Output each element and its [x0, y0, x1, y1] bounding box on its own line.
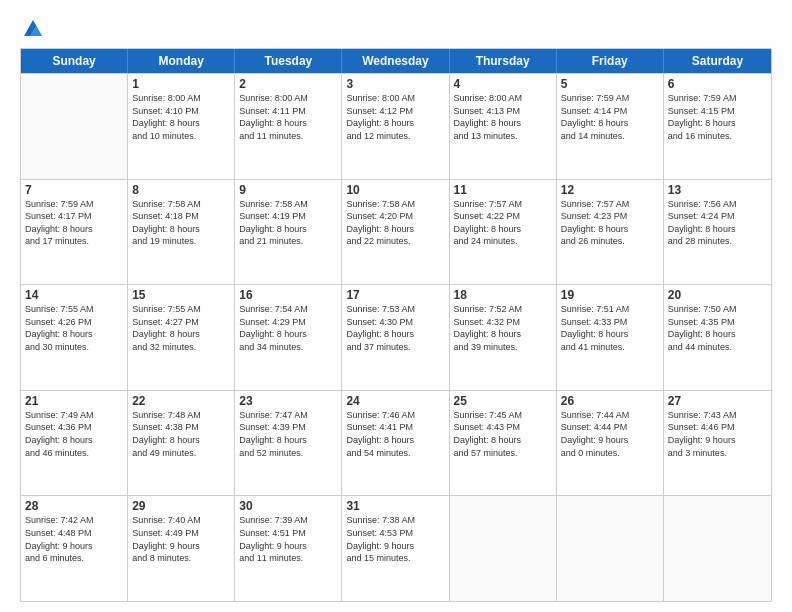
cell-line: Sunrise: 7:59 AM — [25, 198, 123, 211]
cal-cell-30: 30Sunrise: 7:39 AMSunset: 4:51 PMDayligh… — [235, 496, 342, 601]
week-row-1: 7Sunrise: 7:59 AMSunset: 4:17 PMDaylight… — [21, 179, 771, 285]
day-number: 8 — [132, 183, 230, 197]
cal-cell-16: 16Sunrise: 7:54 AMSunset: 4:29 PMDayligh… — [235, 285, 342, 390]
cell-line: and 14 minutes. — [561, 130, 659, 143]
cell-line: Daylight: 9 hours — [668, 434, 767, 447]
cell-line: Sunrise: 7:51 AM — [561, 303, 659, 316]
day-number: 20 — [668, 288, 767, 302]
day-number: 4 — [454, 77, 552, 91]
cell-line: Sunset: 4:36 PM — [25, 421, 123, 434]
cal-cell-21: 21Sunrise: 7:49 AMSunset: 4:36 PMDayligh… — [21, 391, 128, 496]
day-number: 19 — [561, 288, 659, 302]
cal-cell-13: 13Sunrise: 7:56 AMSunset: 4:24 PMDayligh… — [664, 180, 771, 285]
cal-cell-22: 22Sunrise: 7:48 AMSunset: 4:38 PMDayligh… — [128, 391, 235, 496]
cal-cell-31: 31Sunrise: 7:38 AMSunset: 4:53 PMDayligh… — [342, 496, 449, 601]
logo-icon — [22, 18, 44, 40]
cell-line: Sunset: 4:29 PM — [239, 316, 337, 329]
cell-line: Daylight: 8 hours — [454, 117, 552, 130]
cell-line: Daylight: 8 hours — [561, 223, 659, 236]
cell-line: Sunset: 4:44 PM — [561, 421, 659, 434]
cell-line: and 11 minutes. — [239, 130, 337, 143]
cell-line: Daylight: 8 hours — [346, 434, 444, 447]
cal-cell-20: 20Sunrise: 7:50 AMSunset: 4:35 PMDayligh… — [664, 285, 771, 390]
cell-line: Sunset: 4:38 PM — [132, 421, 230, 434]
cell-line: and 21 minutes. — [239, 235, 337, 248]
header — [20, 18, 772, 40]
cal-cell-empty-5 — [557, 496, 664, 601]
cell-line: Daylight: 8 hours — [668, 328, 767, 341]
cell-line: Daylight: 9 hours — [25, 540, 123, 553]
header-cell-saturday: Saturday — [664, 49, 771, 73]
cell-line: Daylight: 8 hours — [239, 117, 337, 130]
cell-line: Sunset: 4:26 PM — [25, 316, 123, 329]
cal-cell-7: 7Sunrise: 7:59 AMSunset: 4:17 PMDaylight… — [21, 180, 128, 285]
cell-line: and 16 minutes. — [668, 130, 767, 143]
cell-line: and 52 minutes. — [239, 447, 337, 460]
cell-line: Sunrise: 7:40 AM — [132, 514, 230, 527]
cell-line: Daylight: 8 hours — [454, 434, 552, 447]
cell-line: Sunset: 4:15 PM — [668, 105, 767, 118]
cell-line: Sunset: 4:49 PM — [132, 527, 230, 540]
day-number: 28 — [25, 499, 123, 513]
cell-line: Daylight: 8 hours — [668, 223, 767, 236]
cell-line: Daylight: 8 hours — [239, 223, 337, 236]
cell-line: Daylight: 8 hours — [25, 328, 123, 341]
cell-line: and 19 minutes. — [132, 235, 230, 248]
cell-line: Sunset: 4:20 PM — [346, 210, 444, 223]
cal-cell-29: 29Sunrise: 7:40 AMSunset: 4:49 PMDayligh… — [128, 496, 235, 601]
cell-line: and 17 minutes. — [25, 235, 123, 248]
cell-line: Sunrise: 7:47 AM — [239, 409, 337, 422]
cell-line: Sunset: 4:14 PM — [561, 105, 659, 118]
cell-line: Sunset: 4:43 PM — [454, 421, 552, 434]
cell-line: Sunrise: 7:58 AM — [239, 198, 337, 211]
calendar-header: SundayMondayTuesdayWednesdayThursdayFrid… — [21, 49, 771, 73]
cell-line: Daylight: 8 hours — [132, 434, 230, 447]
cell-line: and 30 minutes. — [25, 341, 123, 354]
day-number: 18 — [454, 288, 552, 302]
cell-line: and 46 minutes. — [25, 447, 123, 460]
cell-line: Sunset: 4:27 PM — [132, 316, 230, 329]
day-number: 1 — [132, 77, 230, 91]
week-row-2: 14Sunrise: 7:55 AMSunset: 4:26 PMDayligh… — [21, 284, 771, 390]
page: SundayMondayTuesdayWednesdayThursdayFrid… — [0, 0, 792, 612]
cell-line: and 3 minutes. — [668, 447, 767, 460]
cell-line: Sunset: 4:11 PM — [239, 105, 337, 118]
cell-line: Sunset: 4:13 PM — [454, 105, 552, 118]
cell-line: and 24 minutes. — [454, 235, 552, 248]
cell-line: and 41 minutes. — [561, 341, 659, 354]
cell-line: Sunset: 4:53 PM — [346, 527, 444, 540]
cell-line: and 8 minutes. — [132, 552, 230, 565]
cell-line: Daylight: 8 hours — [25, 434, 123, 447]
cell-line: Daylight: 8 hours — [668, 117, 767, 130]
cell-line: Daylight: 9 hours — [561, 434, 659, 447]
cell-line: Sunrise: 8:00 AM — [132, 92, 230, 105]
cal-cell-6: 6Sunrise: 7:59 AMSunset: 4:15 PMDaylight… — [664, 74, 771, 179]
cell-line: Sunrise: 7:43 AM — [668, 409, 767, 422]
cell-line: Sunset: 4:33 PM — [561, 316, 659, 329]
day-number: 24 — [346, 394, 444, 408]
day-number: 17 — [346, 288, 444, 302]
cal-cell-12: 12Sunrise: 7:57 AMSunset: 4:23 PMDayligh… — [557, 180, 664, 285]
header-cell-friday: Friday — [557, 49, 664, 73]
cell-line: Sunrise: 7:59 AM — [561, 92, 659, 105]
cell-line: Sunrise: 7:55 AM — [25, 303, 123, 316]
cell-line: Sunset: 4:22 PM — [454, 210, 552, 223]
cell-line: and 15 minutes. — [346, 552, 444, 565]
cal-cell-24: 24Sunrise: 7:46 AMSunset: 4:41 PMDayligh… — [342, 391, 449, 496]
week-row-0: 1Sunrise: 8:00 AMSunset: 4:10 PMDaylight… — [21, 73, 771, 179]
cell-line: Daylight: 8 hours — [561, 117, 659, 130]
day-number: 30 — [239, 499, 337, 513]
cell-line: Sunset: 4:23 PM — [561, 210, 659, 223]
cell-line: and 54 minutes. — [346, 447, 444, 460]
cell-line: Sunrise: 7:39 AM — [239, 514, 337, 527]
cal-cell-2: 2Sunrise: 8:00 AMSunset: 4:11 PMDaylight… — [235, 74, 342, 179]
cell-line: Sunrise: 7:54 AM — [239, 303, 337, 316]
cell-line: and 49 minutes. — [132, 447, 230, 460]
cell-line: Daylight: 8 hours — [239, 434, 337, 447]
calendar-body: 1Sunrise: 8:00 AMSunset: 4:10 PMDaylight… — [21, 73, 771, 601]
cal-cell-4: 4Sunrise: 8:00 AMSunset: 4:13 PMDaylight… — [450, 74, 557, 179]
header-cell-thursday: Thursday — [450, 49, 557, 73]
cal-cell-3: 3Sunrise: 8:00 AMSunset: 4:12 PMDaylight… — [342, 74, 449, 179]
day-number: 9 — [239, 183, 337, 197]
day-number: 29 — [132, 499, 230, 513]
